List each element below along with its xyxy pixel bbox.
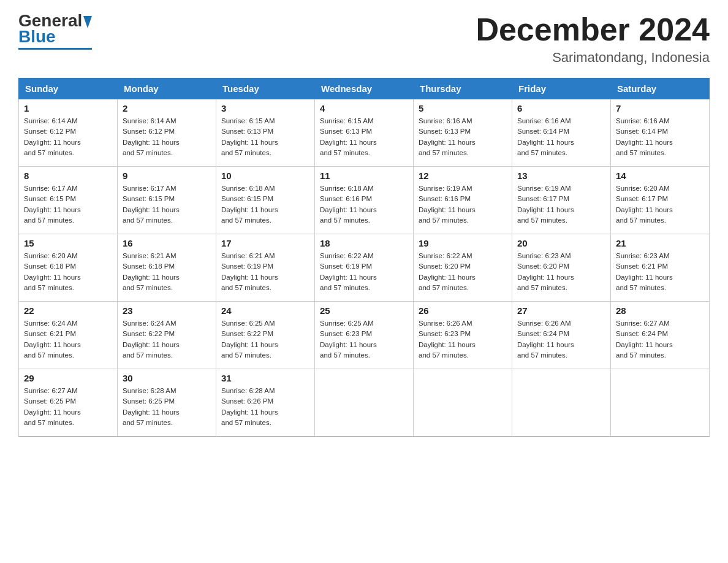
calendar-week-row: 22 Sunrise: 6:24 AM Sunset: 6:21 PM Dayl…	[19, 302, 710, 369]
calendar-cell: 18 Sunrise: 6:22 AM Sunset: 6:19 PM Dayl…	[315, 234, 414, 302]
calendar-cell: 12 Sunrise: 6:19 AM Sunset: 6:16 PM Dayl…	[414, 167, 512, 234]
calendar-cell: 6 Sunrise: 6:16 AM Sunset: 6:14 PM Dayli…	[512, 99, 611, 167]
calendar-week-row: 1 Sunrise: 6:14 AM Sunset: 6:12 PM Dayli…	[19, 99, 710, 167]
day-info: Sunrise: 6:25 AM Sunset: 6:23 PM Dayligh…	[320, 318, 408, 361]
day-number: 28	[616, 305, 704, 316]
day-info: Sunrise: 6:15 AM Sunset: 6:13 PM Dayligh…	[221, 116, 309, 158]
calendar-cell: 13 Sunrise: 6:19 AM Sunset: 6:17 PM Dayl…	[512, 167, 611, 234]
calendar-cell: 28 Sunrise: 6:27 AM Sunset: 6:24 PM Dayl…	[611, 302, 710, 369]
day-number: 19	[419, 238, 507, 248]
day-info: Sunrise: 6:23 AM Sunset: 6:21 PM Dayligh…	[616, 251, 704, 293]
day-number: 16	[123, 238, 211, 248]
day-info: Sunrise: 6:20 AM Sunset: 6:18 PM Dayligh…	[24, 251, 112, 293]
day-number: 4	[320, 103, 408, 113]
logo: General Blue	[18, 12, 92, 50]
day-info: Sunrise: 6:28 AM Sunset: 6:25 PM Dayligh…	[123, 386, 211, 428]
calendar-cell: 22 Sunrise: 6:24 AM Sunset: 6:21 PM Dayl…	[19, 302, 118, 369]
day-info: Sunrise: 6:22 AM Sunset: 6:19 PM Dayligh…	[320, 251, 408, 293]
calendar-cell	[611, 369, 710, 437]
calendar-cell	[414, 369, 512, 437]
day-number: 21	[616, 238, 704, 248]
day-number: 9	[123, 170, 211, 181]
calendar-cell	[315, 369, 414, 437]
day-number: 27	[517, 305, 605, 316]
calendar-cell	[512, 369, 611, 437]
day-info: Sunrise: 6:14 AM Sunset: 6:12 PM Dayligh…	[24, 116, 112, 158]
day-number: 22	[24, 305, 112, 316]
calendar-cell: 8 Sunrise: 6:17 AM Sunset: 6:15 PM Dayli…	[19, 167, 118, 234]
day-info: Sunrise: 6:24 AM Sunset: 6:21 PM Dayligh…	[24, 318, 112, 361]
calendar-cell: 27 Sunrise: 6:26 AM Sunset: 6:24 PM Dayl…	[512, 302, 611, 369]
calendar-cell: 11 Sunrise: 6:18 AM Sunset: 6:16 PM Dayl…	[315, 167, 414, 234]
day-number: 3	[221, 103, 309, 113]
day-number: 10	[221, 170, 309, 181]
day-number: 8	[24, 170, 112, 181]
calendar-cell: 5 Sunrise: 6:16 AM Sunset: 6:13 PM Dayli…	[414, 99, 512, 167]
page-header: General Blue December 2024 Sarimatondang…	[18, 12, 710, 66]
day-number: 25	[320, 305, 408, 316]
day-info: Sunrise: 6:25 AM Sunset: 6:22 PM Dayligh…	[221, 318, 309, 361]
day-number: 13	[517, 170, 605, 181]
calendar-cell: 24 Sunrise: 6:25 AM Sunset: 6:22 PM Dayl…	[216, 302, 315, 369]
title-section: December 2024 Sarimatondang, Indonesia	[476, 12, 710, 66]
calendar-cell: 31 Sunrise: 6:28 AM Sunset: 6:26 PM Dayl…	[216, 369, 315, 437]
calendar-table: SundayMondayTuesdayWednesdayThursdayFrid…	[18, 78, 710, 437]
day-info: Sunrise: 6:16 AM Sunset: 6:13 PM Dayligh…	[419, 116, 507, 158]
day-number: 29	[24, 373, 112, 383]
day-number: 7	[616, 103, 704, 113]
day-info: Sunrise: 6:27 AM Sunset: 6:24 PM Dayligh…	[616, 318, 704, 361]
day-number: 23	[123, 305, 211, 316]
day-info: Sunrise: 6:15 AM Sunset: 6:13 PM Dayligh…	[320, 116, 408, 158]
calendar-cell: 14 Sunrise: 6:20 AM Sunset: 6:17 PM Dayl…	[611, 167, 710, 234]
logo-triangle-icon	[83, 12, 92, 29]
location-subtitle: Sarimatondang, Indonesia	[476, 50, 710, 66]
day-info: Sunrise: 6:20 AM Sunset: 6:17 PM Dayligh…	[616, 183, 704, 226]
calendar-cell: 19 Sunrise: 6:22 AM Sunset: 6:20 PM Dayl…	[414, 234, 512, 302]
day-number: 18	[320, 238, 408, 248]
day-number: 26	[419, 305, 507, 316]
day-info: Sunrise: 6:26 AM Sunset: 6:23 PM Dayligh…	[419, 318, 507, 361]
calendar-cell: 26 Sunrise: 6:26 AM Sunset: 6:23 PM Dayl…	[414, 302, 512, 369]
day-info: Sunrise: 6:17 AM Sunset: 6:15 PM Dayligh…	[24, 183, 112, 226]
column-header-friday: Friday	[512, 79, 611, 99]
day-info: Sunrise: 6:18 AM Sunset: 6:16 PM Dayligh…	[320, 183, 408, 226]
month-title: December 2024	[476, 12, 710, 47]
calendar-cell: 15 Sunrise: 6:20 AM Sunset: 6:18 PM Dayl…	[19, 234, 118, 302]
calendar-cell: 16 Sunrise: 6:21 AM Sunset: 6:18 PM Dayl…	[118, 234, 216, 302]
calendar-cell: 2 Sunrise: 6:14 AM Sunset: 6:12 PM Dayli…	[118, 99, 216, 167]
day-number: 2	[123, 103, 211, 113]
day-number: 20	[517, 238, 605, 248]
day-info: Sunrise: 6:22 AM Sunset: 6:20 PM Dayligh…	[419, 251, 507, 293]
svg-marker-0	[83, 16, 92, 28]
day-number: 12	[419, 170, 507, 181]
day-number: 17	[221, 238, 309, 248]
calendar-week-row: 15 Sunrise: 6:20 AM Sunset: 6:18 PM Dayl…	[19, 234, 710, 302]
day-info: Sunrise: 6:17 AM Sunset: 6:15 PM Dayligh…	[123, 183, 211, 226]
day-number: 14	[616, 170, 704, 181]
day-info: Sunrise: 6:23 AM Sunset: 6:20 PM Dayligh…	[517, 251, 605, 293]
day-info: Sunrise: 6:21 AM Sunset: 6:19 PM Dayligh…	[221, 251, 309, 293]
calendar-cell: 1 Sunrise: 6:14 AM Sunset: 6:12 PM Dayli…	[19, 99, 118, 167]
calendar-cell: 29 Sunrise: 6:27 AM Sunset: 6:25 PM Dayl…	[19, 369, 118, 437]
day-info: Sunrise: 6:19 AM Sunset: 6:17 PM Dayligh…	[517, 183, 605, 226]
logo-underline	[18, 48, 92, 50]
calendar-cell: 7 Sunrise: 6:16 AM Sunset: 6:14 PM Dayli…	[611, 99, 710, 167]
day-info: Sunrise: 6:19 AM Sunset: 6:16 PM Dayligh…	[419, 183, 507, 226]
day-info: Sunrise: 6:16 AM Sunset: 6:14 PM Dayligh…	[517, 116, 605, 158]
calendar-cell: 10 Sunrise: 6:18 AM Sunset: 6:15 PM Dayl…	[216, 167, 315, 234]
column-header-tuesday: Tuesday	[216, 79, 315, 99]
column-header-saturday: Saturday	[611, 79, 710, 99]
column-header-thursday: Thursday	[414, 79, 512, 99]
calendar-cell: 30 Sunrise: 6:28 AM Sunset: 6:25 PM Dayl…	[118, 369, 216, 437]
day-info: Sunrise: 6:14 AM Sunset: 6:12 PM Dayligh…	[123, 116, 211, 158]
calendar-cell: 23 Sunrise: 6:24 AM Sunset: 6:22 PM Dayl…	[118, 302, 216, 369]
day-number: 15	[24, 238, 112, 248]
day-info: Sunrise: 6:16 AM Sunset: 6:14 PM Dayligh…	[616, 116, 704, 158]
day-info: Sunrise: 6:21 AM Sunset: 6:18 PM Dayligh…	[123, 251, 211, 293]
column-header-sunday: Sunday	[19, 79, 118, 99]
day-number: 30	[123, 373, 211, 383]
day-number: 31	[221, 373, 309, 383]
calendar-cell: 25 Sunrise: 6:25 AM Sunset: 6:23 PM Dayl…	[315, 302, 414, 369]
calendar-cell: 20 Sunrise: 6:23 AM Sunset: 6:20 PM Dayl…	[512, 234, 611, 302]
day-number: 24	[221, 305, 309, 316]
